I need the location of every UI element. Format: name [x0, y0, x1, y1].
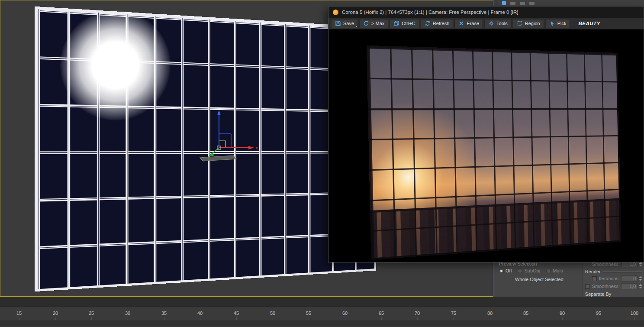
panel-icon: [529, 2, 535, 5]
gizmo-x-axis[interactable]: x: [219, 146, 258, 150]
tools-icon: [488, 20, 494, 26]
render-rollout-group: Smoothness: 1,0 Render Iterations: 0 Smo…: [582, 260, 644, 297]
erase-icon: [458, 20, 464, 26]
refresh-button[interactable]: Refresh: [421, 19, 454, 28]
frame-tick: 25: [89, 311, 94, 316]
corona-titlebar[interactable]: Corona 5 (Hotfix 2) | 764×573px (1:1) | …: [328, 6, 644, 18]
max-application: x Corona 5 (Hotfix 2) | 764×573px (1:1) …: [0, 0, 644, 327]
refresh-button-label: Refresh: [433, 21, 450, 26]
send-to-max-label: > Max: [371, 21, 384, 26]
render-group-label: Render: [585, 269, 601, 274]
copy-button[interactable]: Ctrl+C: [390, 19, 419, 28]
corona-toolbar: Save > Max Ctrl+C: [328, 18, 644, 29]
spinner-arrows-icon[interactable]: [639, 284, 642, 288]
frame-tick: 15: [16, 311, 22, 316]
channel-selector[interactable]: BEAUTY: [578, 21, 600, 26]
radio-option-off[interactable]: Off: [499, 268, 512, 273]
preview-selection-options: Off SubObj Multi: [499, 268, 580, 273]
gizmo-x-axis-label: x: [256, 146, 258, 150]
radio-multi-label: Multi: [553, 268, 563, 273]
track-bar[interactable]: [0, 297, 644, 307]
tools-button-label: Tools: [496, 21, 508, 26]
send-to-max-button[interactable]: > Max: [359, 19, 388, 28]
sun-glare-bloom: [60, 10, 171, 120]
frame-tick: 65: [379, 311, 384, 316]
smoothness-field[interactable]: 1,0: [621, 283, 638, 289]
transform-gizmo[interactable]: x: [187, 107, 264, 167]
save-button[interactable]: Save: [331, 19, 358, 28]
frame-tick: 50: [270, 311, 275, 316]
iterations-field[interactable]: 0: [621, 275, 638, 282]
plane-object[interactable]: [200, 155, 237, 161]
copy-button-label: Ctrl+C: [402, 21, 415, 26]
timeline-area: 15 20 25 30 35 40 45 50 55 60 65 70 75 8…: [0, 297, 644, 327]
frame-tick: 60: [342, 311, 348, 316]
corona-window-title: Corona 5 (Hotfix 2) | 764×573px (1:1) | …: [342, 10, 518, 15]
radio-icon[interactable]: [518, 269, 522, 273]
frame-tick: 20: [53, 311, 58, 316]
smoothness-label: Smoothness:: [592, 284, 620, 289]
spinner-arrows-icon[interactable]: [639, 262, 642, 266]
command-panel-sliver: [498, 0, 644, 6]
refresh-icon: [425, 20, 431, 26]
corona-vfb-window[interactable]: Corona 5 (Hotfix 2) | 764×573px (1:1) | …: [328, 6, 644, 262]
radio-option-multi[interactable]: Multi: [546, 268, 563, 273]
panel-icon: [510, 2, 515, 5]
iterations-label: Iterations:: [599, 276, 620, 281]
radio-selected-icon[interactable]: [499, 269, 504, 273]
frame-tick: 85: [523, 311, 528, 316]
panel-icon: [502, 1, 506, 5]
timeline-lower-strip: [0, 321, 644, 327]
corona-logo-icon: [333, 10, 338, 15]
selection-status-text: Whole Object Selected: [499, 277, 580, 282]
iterations-checkbox[interactable]: [592, 276, 597, 281]
radio-off-label: Off: [506, 268, 512, 273]
save-icon: [335, 20, 341, 26]
pick-button[interactable]: Pick: [545, 19, 570, 28]
region-button-label: Region: [525, 21, 540, 26]
erase-button[interactable]: Erase: [454, 19, 483, 28]
pick-button-label: Pick: [557, 21, 567, 26]
smoothness-checkbox[interactable]: [585, 284, 590, 289]
tools-button[interactable]: Tools: [484, 19, 512, 28]
radio-option-subobj[interactable]: SubObj: [518, 268, 540, 273]
copy-icon: [393, 20, 399, 26]
command-panel-fragment: Preview Selection Off SubObj Multi Whole…: [494, 260, 644, 297]
frame-tick: 40: [197, 311, 203, 316]
separate-by-label: Separate By: [585, 291, 642, 297]
rendered-image: [367, 45, 621, 260]
frame-tick: 45: [234, 311, 239, 316]
preview-selection-group: Preview Selection Off SubObj Multi Whole…: [494, 260, 582, 297]
frame-tick: 100: [631, 311, 638, 316]
frame-tick: 70: [415, 311, 420, 316]
render-canvas: [329, 30, 643, 262]
radio-icon[interactable]: [546, 269, 551, 273]
render-mullion-grid: [367, 45, 621, 260]
frame-tick: 80: [487, 311, 493, 316]
radio-subobj-label: SubObj: [524, 268, 540, 273]
gizmo-z-axis[interactable]: [217, 110, 221, 148]
frame-tick: 75: [451, 311, 456, 316]
frame-tick: 95: [596, 311, 601, 316]
region-button[interactable]: Region: [513, 19, 544, 28]
gizmo-plane-handle[interactable]: [219, 134, 231, 148]
panel-icon: [520, 2, 525, 5]
pick-icon: [549, 20, 555, 26]
frame-tick: 90: [560, 311, 565, 316]
region-icon: [517, 20, 523, 26]
render-group-header: Render: [585, 269, 642, 274]
spinner-arrows-icon[interactable]: [639, 276, 642, 281]
frame-tick: 35: [161, 311, 167, 316]
time-ruler[interactable]: 15 20 25 30 35 40 45 50 55 60 65 70 75 8…: [0, 307, 644, 321]
frame-tick: 55: [306, 311, 311, 316]
frame-tick: 30: [125, 311, 130, 316]
save-button-label: Save: [343, 21, 354, 26]
send-to-max-icon: [363, 20, 369, 26]
erase-button-label: Erase: [467, 21, 479, 26]
